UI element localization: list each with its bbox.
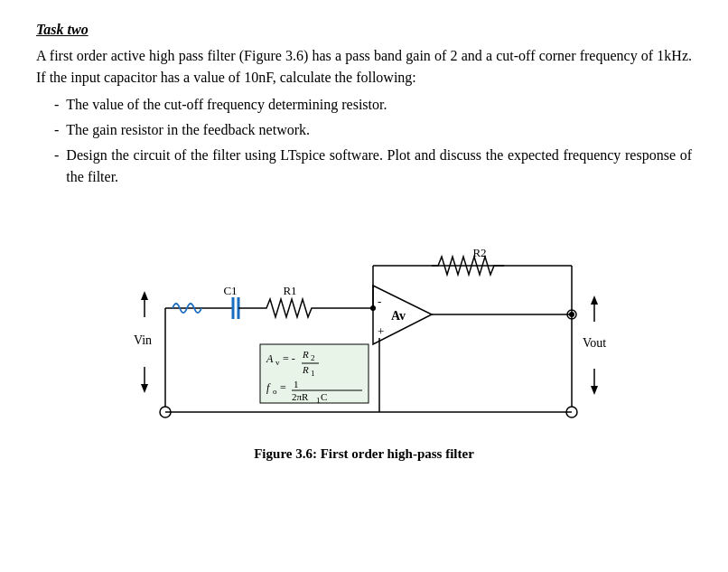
formula-denom: 2πR bbox=[292, 391, 309, 402]
svg-marker-23 bbox=[591, 295, 598, 305]
figure-area: Vin C1 R1 bbox=[36, 204, 692, 462]
vin-label: Vin bbox=[134, 333, 152, 347]
r1-label: R1 bbox=[283, 284, 296, 297]
bullet-dash-1: - bbox=[54, 94, 59, 116]
formula-fo-sub: o bbox=[273, 387, 277, 396]
main-paragraph: A first order active high pass filter (F… bbox=[36, 45, 692, 89]
svg-marker-25 bbox=[591, 386, 598, 395]
formula-av-eq: = - bbox=[283, 352, 295, 365]
plus-label: + bbox=[378, 324, 384, 338]
formula-1: 1 bbox=[294, 379, 299, 389]
bullet-text-3: Design the circuit of the filter using L… bbox=[66, 145, 692, 188]
task-title: Task two bbox=[36, 22, 692, 38]
figure-caption: Figure 3.6: First order high-pass filter bbox=[254, 446, 474, 462]
bullet-text-2: The gain resistor in the feedback networ… bbox=[66, 119, 310, 141]
bullet-item-2: - The gain resistor in the feedback netw… bbox=[54, 119, 692, 141]
circuit-container: Vin C1 R1 bbox=[93, 204, 635, 439]
bullet-item-1: - The value of the cut-off frequency det… bbox=[54, 94, 692, 116]
formula-av: A bbox=[266, 352, 274, 365]
formula-r1-sub: 1 bbox=[311, 369, 315, 378]
formula-r2-sub: 2 bbox=[311, 353, 315, 362]
vout-label: Vout bbox=[583, 336, 606, 350]
svg-marker-3 bbox=[141, 291, 148, 300]
bullet-dash-2: - bbox=[54, 119, 59, 141]
circuit-diagram: Vin C1 R1 bbox=[93, 204, 635, 439]
formula-r1-den: R bbox=[302, 364, 309, 375]
bullet-list: - The value of the cut-off frequency det… bbox=[54, 94, 692, 188]
c1-label: C1 bbox=[223, 284, 237, 297]
formula-fo-eq: = bbox=[280, 381, 286, 394]
bullet-dash-3: - bbox=[54, 145, 59, 166]
formula-av-sub: v bbox=[275, 358, 280, 367]
bullet-item-3: - Design the circuit of the filter using… bbox=[54, 145, 692, 188]
formula-denom-sub: 1 bbox=[316, 396, 321, 405]
formula-r2: R bbox=[302, 349, 309, 360]
av-label: Av bbox=[391, 309, 406, 323]
bullet-text-1: The value of the cut-off frequency deter… bbox=[66, 94, 387, 116]
minus-label: - bbox=[378, 295, 381, 308]
svg-marker-5 bbox=[141, 384, 148, 393]
formula-c: C bbox=[321, 391, 327, 402]
